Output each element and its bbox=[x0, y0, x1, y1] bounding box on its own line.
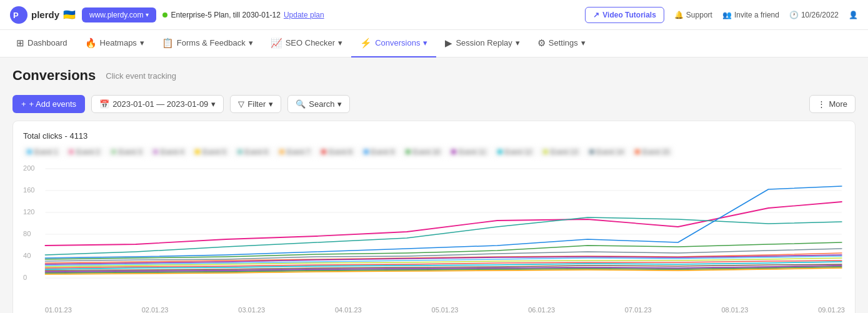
chart-container: Total clicks - 4113 Event 1Event 2Event … bbox=[12, 121, 856, 313]
date-display: 🕐 10/26/2022 bbox=[789, 11, 839, 19]
update-plan-link[interactable]: Update plan bbox=[284, 11, 324, 19]
filter-label: Filter bbox=[247, 99, 266, 109]
nav-item-heatmaps[interactable]: 🔥 Heatmaps ▾ bbox=[76, 30, 153, 57]
legend-item: Event 11 bbox=[447, 147, 489, 157]
session-chevron-icon: ▾ bbox=[516, 38, 520, 47]
plan-status-dot bbox=[162, 12, 167, 17]
search-label: Search bbox=[309, 99, 334, 109]
svg-text:200: 200 bbox=[23, 164, 35, 172]
video-tutorials-label: Video Tutorials bbox=[602, 11, 656, 19]
legend-item: Event 8 bbox=[317, 147, 356, 157]
nav-dashboard-label: Dashboard bbox=[27, 38, 67, 47]
legend-item: Event 15 bbox=[631, 147, 673, 157]
legend-item: Event 6 bbox=[234, 147, 272, 157]
x-axis-label: 04.01.23 bbox=[335, 306, 362, 313]
svg-text:P: P bbox=[13, 11, 19, 20]
x-axis-label: 05.01.23 bbox=[432, 306, 459, 313]
user-icon: 👤 bbox=[849, 11, 858, 19]
page-header: Conversions Click event tracking bbox=[0, 57, 868, 90]
nav-item-forms[interactable]: 📋 Forms & Feedback ▾ bbox=[153, 30, 262, 57]
plan-text: Enterprise-5 Plan, till 2030-01-12 bbox=[171, 11, 280, 19]
nav-item-conversions[interactable]: ⚡ Conversions ▾ bbox=[351, 30, 436, 57]
chart-legend: Event 1Event 2Event 3Event 4Event 5Event… bbox=[23, 147, 845, 157]
chevron-down-icon: ▾ bbox=[146, 11, 149, 18]
svg-text:160: 160 bbox=[23, 186, 35, 194]
x-axis-label: 03.01.23 bbox=[238, 306, 265, 313]
user-avatar[interactable]: 👤 bbox=[849, 11, 858, 19]
logo-text: plerdy bbox=[31, 9, 59, 20]
video-tutorials-button[interactable]: ↗ Video Tutorials bbox=[585, 7, 664, 23]
chart-title: Total clicks - 4113 bbox=[23, 131, 845, 141]
search-icon: 🔍 bbox=[296, 99, 306, 109]
legend-item: Event 9 bbox=[360, 147, 398, 157]
legend-item: Event 10 bbox=[402, 147, 444, 157]
filter-button[interactable]: ▽ Filter ▾ bbox=[230, 95, 281, 113]
conversions-icon: ⚡ bbox=[360, 37, 372, 49]
legend-item: Event 13 bbox=[539, 147, 581, 157]
logo: P plerdy 🇺🇦 bbox=[10, 6, 76, 24]
more-button[interactable]: ⋮ More bbox=[809, 95, 856, 113]
legend-item: Event 14 bbox=[586, 147, 627, 157]
nav-item-settings[interactable]: ⚙ Settings ▾ bbox=[529, 30, 594, 57]
nav-item-seo[interactable]: 📈 SEO Checker ▾ bbox=[262, 30, 351, 57]
nav-forms-label: Forms & Feedback bbox=[177, 38, 246, 47]
page-subtitle: Click event tracking bbox=[106, 71, 176, 81]
heatmaps-chevron-icon: ▾ bbox=[140, 38, 144, 47]
page-title: Conversions bbox=[12, 67, 96, 84]
support-icon: 🔔 bbox=[674, 11, 684, 19]
more-label: More bbox=[829, 99, 847, 109]
date-range-label: 2023-01-01 — 2023-01-09 bbox=[112, 99, 208, 109]
x-axis-labels: 01.01.2302.01.2303.01.2304.01.2305.01.23… bbox=[23, 304, 845, 313]
date-range-picker[interactable]: 📅 2023-01-01 — 2023-01-09 ▾ bbox=[91, 95, 224, 113]
session-icon: ▶ bbox=[445, 37, 452, 49]
plus-icon: + bbox=[21, 99, 26, 109]
x-axis-label: 06.01.23 bbox=[528, 306, 555, 313]
settings-chevron-icon: ▾ bbox=[581, 38, 586, 47]
nav-heatmaps-label: Heatmaps bbox=[100, 38, 137, 47]
more-dots-icon: ⋮ bbox=[817, 99, 826, 109]
seo-icon: 📈 bbox=[271, 37, 282, 49]
calendar-icon: 📅 bbox=[99, 99, 109, 109]
legend-item: Event 5 bbox=[191, 147, 229, 157]
forms-icon: 📋 bbox=[162, 37, 174, 49]
legend-item: Event 2 bbox=[65, 147, 103, 157]
add-events-button[interactable]: + + Add events bbox=[12, 95, 85, 113]
x-axis-label: 01.01.23 bbox=[45, 306, 72, 313]
legend-item: Event 1 bbox=[23, 147, 61, 157]
invite-icon: 👥 bbox=[722, 11, 732, 19]
nav-item-session[interactable]: ▶ Session Replay ▾ bbox=[436, 30, 528, 57]
navbar: ⊞ Dashboard 🔥 Heatmaps ▾ 📋 Forms & Feedb… bbox=[0, 30, 868, 57]
conversions-chevron-icon: ▾ bbox=[423, 38, 427, 47]
plan-info: Enterprise-5 Plan, till 2030-01-12 Updat… bbox=[162, 11, 324, 19]
support-link[interactable]: 🔔 Support bbox=[674, 11, 712, 19]
site-url: www.plerdy.com bbox=[89, 11, 143, 19]
date-text: 10/26/2022 bbox=[801, 11, 839, 19]
topbar-right: ↗ Video Tutorials 🔔 Support 👥 Invite a f… bbox=[585, 7, 858, 23]
forms-chevron-icon: ▾ bbox=[249, 38, 253, 47]
settings-icon: ⚙ bbox=[537, 37, 546, 49]
toolbar: + + Add events 📅 2023-01-01 — 2023-01-09… bbox=[0, 90, 868, 121]
filter-icon: ▽ bbox=[238, 99, 244, 109]
add-events-label: + Add events bbox=[29, 99, 77, 109]
topbar-left: P plerdy 🇺🇦 www.plerdy.com ▾ Enterprise-… bbox=[10, 6, 324, 24]
line-chart: 200 160 120 80 40 0 bbox=[23, 164, 845, 302]
nav-session-label: Session Replay bbox=[456, 38, 512, 47]
invite-label: Invite a friend bbox=[734, 11, 779, 19]
legend-item: Event 7 bbox=[276, 147, 314, 157]
legend-item: Event 4 bbox=[149, 147, 187, 157]
nav-conversions-label: Conversions bbox=[375, 38, 420, 47]
search-chevron-icon: ▾ bbox=[337, 99, 342, 109]
ukraine-flag: 🇺🇦 bbox=[63, 9, 76, 21]
nav-seo-label: SEO Checker bbox=[286, 38, 335, 47]
chart-area: 200 160 120 80 40 0 bbox=[23, 164, 845, 313]
invite-link[interactable]: 👥 Invite a friend bbox=[722, 11, 779, 19]
search-button[interactable]: 🔍 Search ▾ bbox=[287, 95, 350, 113]
support-label: Support bbox=[686, 11, 712, 19]
svg-text:0: 0 bbox=[23, 274, 27, 281]
date-range-chevron-icon: ▾ bbox=[211, 99, 216, 109]
svg-text:120: 120 bbox=[23, 208, 35, 216]
svg-text:80: 80 bbox=[23, 230, 31, 237]
site-button[interactable]: www.plerdy.com ▾ bbox=[82, 7, 156, 22]
svg-text:40: 40 bbox=[23, 252, 31, 259]
nav-item-dashboard[interactable]: ⊞ Dashboard bbox=[7, 30, 76, 57]
